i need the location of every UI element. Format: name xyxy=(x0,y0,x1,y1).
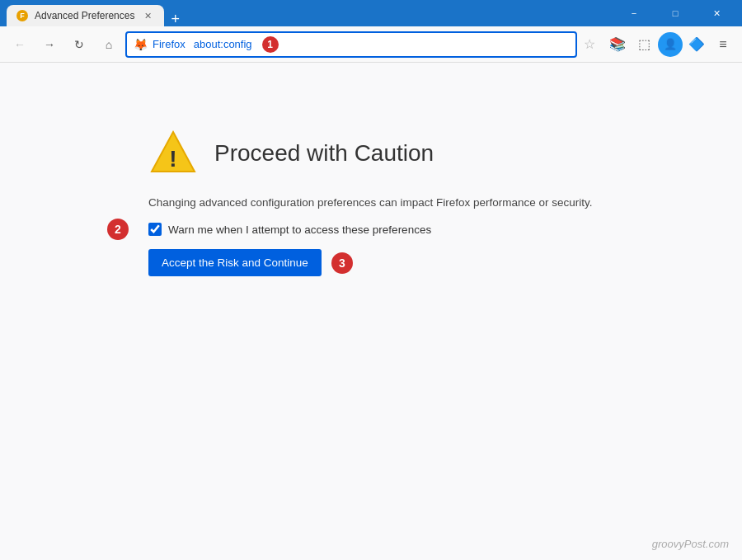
new-tab-button[interactable]: + xyxy=(164,12,186,26)
minimize-button[interactable]: − xyxy=(615,0,653,26)
warn-checkbox[interactable] xyxy=(148,223,162,236)
library-button[interactable]: 📚 xyxy=(605,32,630,57)
forward-button[interactable]: → xyxy=(36,31,63,58)
step2-badge: 2 xyxy=(107,219,129,240)
titlebar-controls: − □ ✕ xyxy=(615,0,735,26)
maximize-button[interactable]: □ xyxy=(656,0,694,26)
watermark: groovyPost.com xyxy=(652,538,729,550)
account-avatar[interactable]: 👤 xyxy=(658,32,683,57)
browser-content: ! Proceed with Caution Changing advanced… xyxy=(0,63,742,560)
svg-text:!: ! xyxy=(169,146,176,172)
accept-btn-row: Accept the Risk and Continue 3 xyxy=(148,249,593,276)
warning-title: Proceed with Caution xyxy=(214,140,434,167)
container-icon[interactable]: 🔷 xyxy=(684,32,709,57)
toolbar-right: 📚 ⬚ 👤 🔷 ≡ xyxy=(605,32,735,57)
address-bar[interactable]: 🦊 Firefox about:config 1 xyxy=(125,31,577,58)
warning-triangle-icon: ! xyxy=(148,129,198,178)
close-button[interactable]: ✕ xyxy=(697,0,735,26)
address-text: about:config xyxy=(194,38,252,50)
active-tab[interactable]: F Advanced Preferences ✕ xyxy=(7,5,164,26)
reload-button[interactable]: ↻ xyxy=(66,31,92,58)
tab-favicon: F xyxy=(16,10,28,21)
step1-badge: 1 xyxy=(262,36,279,53)
warn-checkbox-row: 2 Warn me when I attempt to access these… xyxy=(148,223,593,236)
warning-header: ! Proceed with Caution xyxy=(148,129,593,178)
warn-checkbox-label[interactable]: Warn me when I attempt to access these p… xyxy=(168,224,431,236)
navbar: ← → ↻ ⌂ 🦊 Firefox about:config 1 ☆ 📚 ⬚ 👤… xyxy=(0,26,742,63)
warning-container: ! Proceed with Caution Changing advanced… xyxy=(148,129,593,276)
address-prefix: Firefox xyxy=(153,38,186,50)
warning-description: Changing advanced configuration preferen… xyxy=(148,195,593,211)
menu-button[interactable]: ≡ xyxy=(711,32,735,57)
step3-badge: 3 xyxy=(331,252,353,274)
tab-bar: F Advanced Preferences ✕ + xyxy=(7,0,610,26)
back-button[interactable]: ← xyxy=(7,31,33,58)
tab-title: Advanced Preferences xyxy=(35,10,134,21)
home-button[interactable]: ⌂ xyxy=(96,31,122,58)
titlebar: F Advanced Preferences ✕ + − □ ✕ xyxy=(0,0,742,26)
firefox-icon: 🦊 xyxy=(134,38,148,51)
synced-tabs-button[interactable]: ⬚ xyxy=(632,32,656,57)
accept-risk-button[interactable]: Accept the Risk and Continue xyxy=(148,249,322,276)
tab-close-btn[interactable]: ✕ xyxy=(141,9,154,22)
bookmark-star-button[interactable]: ☆ xyxy=(584,36,595,52)
